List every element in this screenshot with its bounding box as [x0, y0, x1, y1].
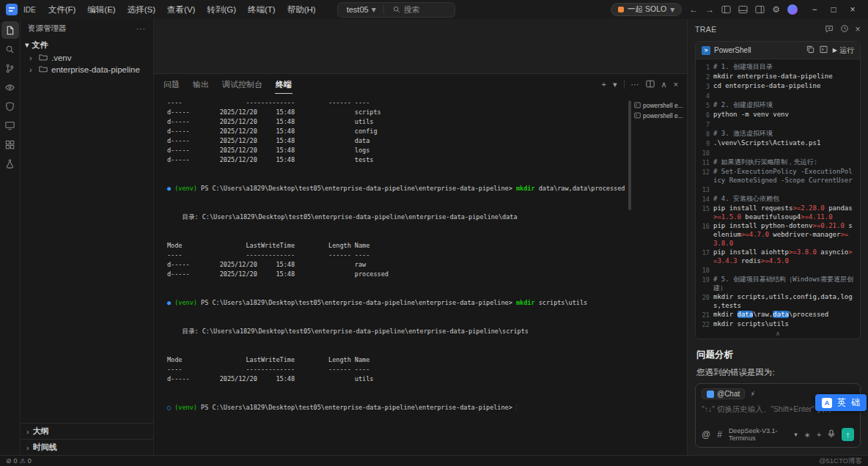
toggle-secondary-sidebar-icon[interactable] [755, 5, 765, 14]
code-text: # Set-ExecutionPolicy -ExecutionPolicy R… [713, 167, 856, 185]
code-line: 4 [699, 91, 856, 100]
copy-code-icon[interactable] [806, 45, 814, 55]
close-panel-icon[interactable]: × [856, 24, 861, 34]
source-control-icon[interactable] [1, 59, 19, 77]
settings-gear-icon[interactable]: ⚙ [772, 4, 780, 15]
line-number: 8 [699, 129, 710, 138]
history-icon[interactable] [840, 24, 849, 34]
terminal-line: ○ (venv) PS C:\Users\a1829\Desktop\test0… [167, 403, 624, 413]
terminal-output[interactable]: ---- ------------- ------ ----d----- 202… [154, 95, 627, 455]
app-logo-text: IDE [23, 6, 36, 14]
terminal-dropdown-icon[interactable]: ▾ [613, 80, 617, 89]
mention-icon[interactable]: @ [702, 429, 710, 440]
terminal-line: ---- ------------- ------ ---- [167, 98, 624, 108]
line-number: 4 [699, 91, 710, 100]
solo-button[interactable]: 一起 SOLO ▾ [611, 3, 682, 16]
menu-item[interactable]: 查看(V) [162, 3, 200, 17]
panel-tab[interactable]: 输出 [192, 75, 210, 94]
files-section-header[interactable]: ▾ 文件 [21, 38, 153, 52]
new-chat-icon[interactable] [825, 24, 834, 34]
code-text: # 2. 创建虚拟环境 [713, 100, 856, 110]
send-button[interactable]: ↑ [842, 428, 854, 441]
scroll-hint-icon[interactable]: ∧ [696, 330, 860, 339]
terminal-line: ---- ------------- ------ ---- [167, 365, 624, 374]
debug-shield-icon[interactable] [1, 97, 19, 115]
watermark: @51CTO博客 [819, 456, 862, 466]
menu-item[interactable]: 选择(S) [122, 3, 161, 17]
panel-tab[interactable]: 问题 [163, 75, 180, 94]
error-icon: ⊘ [6, 457, 12, 465]
more-actions-icon[interactable]: ⋯ [631, 80, 639, 89]
terminal-line [167, 193, 624, 203]
project-selector[interactable]: test05 ▾ [341, 4, 382, 15]
timeline-section[interactable]: › 时间线 [21, 439, 153, 455]
chat-input-box[interactable]: @Chat ⚡ "↑↓" 切换历史输入、"Shift+Enter" 执行 @ #… [695, 383, 861, 448]
panel-actions: + ▾ ⋯ ∧ × [602, 80, 678, 89]
menu-item[interactable]: 文件(F) [43, 3, 81, 17]
terminal-line [167, 279, 624, 289]
language-char[interactable]: 英 [837, 396, 846, 409]
forward-button[interactable]: → [705, 4, 714, 15]
close-button[interactable]: × [843, 4, 862, 15]
user-avatar[interactable] [787, 4, 798, 15]
code-language-label: PowerShell [714, 46, 751, 54]
more-actions-icon[interactable]: ··· [136, 24, 147, 33]
extensions-icon[interactable] [1, 136, 19, 153]
command-hash-icon[interactable]: # [717, 429, 722, 440]
trae-title: TRAE [695, 25, 717, 34]
editor-area: 问题输出调试控制台终端 + ▾ ⋯ ∧ × ---- ------ [154, 19, 687, 455]
panel-tab[interactable]: 调试控制台 [221, 75, 263, 94]
code-line: 7 [699, 119, 856, 129]
panel-tab[interactable]: 终端 [275, 75, 293, 94]
terminal-line: Mode LastWriteTime Length Name [167, 241, 624, 251]
file-tree-item[interactable]: ›enterprise-data-pipeline [21, 64, 153, 75]
empty-editor-region[interactable] [154, 19, 687, 73]
model-selector[interactable]: DeepSeek-V3.1-Terminus ▾ [729, 427, 798, 442]
file-name: .venv [51, 53, 72, 62]
close-panel-icon[interactable]: × [674, 80, 678, 89]
maximize-panel-icon[interactable]: ∧ [661, 80, 667, 89]
toggle-panel-icon[interactable] [738, 5, 748, 14]
preview-eye-icon[interactable] [1, 78, 19, 96]
chat-context-chip[interactable]: @Chat [702, 388, 745, 399]
activity-bar [0, 19, 21, 455]
remote-monitor-icon[interactable] [1, 116, 19, 134]
language-char[interactable]: 础 [851, 396, 860, 409]
code-text: python -m venv venv [713, 110, 856, 119]
minimize-button[interactable]: − [805, 4, 824, 15]
file-tree-item[interactable]: ›.venv [21, 52, 153, 64]
new-terminal-icon[interactable]: + [602, 80, 606, 89]
code-lines[interactable]: 1# 1. 创建项目目录2mkdir enterprise-data-pipel… [696, 59, 860, 330]
explorer-icon[interactable] [1, 21, 19, 39]
testing-beaker-icon[interactable] [1, 155, 19, 172]
global-search[interactable]: 搜索 [386, 4, 452, 16]
terminal-line [167, 317, 624, 327]
terminal-list-item[interactable]: powershell e... [634, 111, 685, 121]
translate-icon: A [822, 398, 832, 408]
code-line: 3cd enterprise-data-pipeline [699, 81, 856, 91]
split-terminal-icon[interactable] [646, 80, 655, 89]
problems-indicator[interactable]: ⊘ 0 ⚠ 0 [6, 457, 32, 465]
enhance-sparkle-icon[interactable]: ∗ [804, 431, 810, 439]
insert-to-terminal-icon[interactable] [820, 45, 828, 55]
search-icon[interactable] [1, 40, 19, 58]
menu-item[interactable]: 帮助(H) [282, 3, 321, 17]
terminal-scrollbar[interactable] [627, 95, 633, 455]
line-number: 12 [699, 167, 710, 185]
quick-action-icon[interactable]: ⚡ [750, 390, 755, 398]
back-button[interactable]: ← [689, 4, 698, 15]
terminal-list-item[interactable]: powershell e... [634, 100, 685, 111]
maximize-button[interactable]: □ [824, 4, 843, 15]
menu-item[interactable]: 编辑(E) [82, 3, 120, 17]
error-count: 0 [14, 457, 18, 465]
menu-item[interactable]: 转到(G) [202, 3, 241, 17]
toggle-sidebar-icon[interactable] [721, 5, 731, 14]
file-name: enterprise-data-pipeline [51, 65, 140, 74]
microphone-icon[interactable] [828, 429, 835, 440]
menu-item[interactable]: 终端(T) [243, 3, 281, 17]
outline-section[interactable]: › 大纲 [21, 423, 153, 439]
attach-plus-icon[interactable]: + [817, 431, 821, 439]
code-line: 12# Set-ExecutionPolicy -ExecutionPolicy… [699, 167, 856, 185]
translate-overlay-badge[interactable]: A 英础 [815, 394, 867, 411]
run-code-button[interactable]: ▶ 运行 [833, 45, 854, 56]
